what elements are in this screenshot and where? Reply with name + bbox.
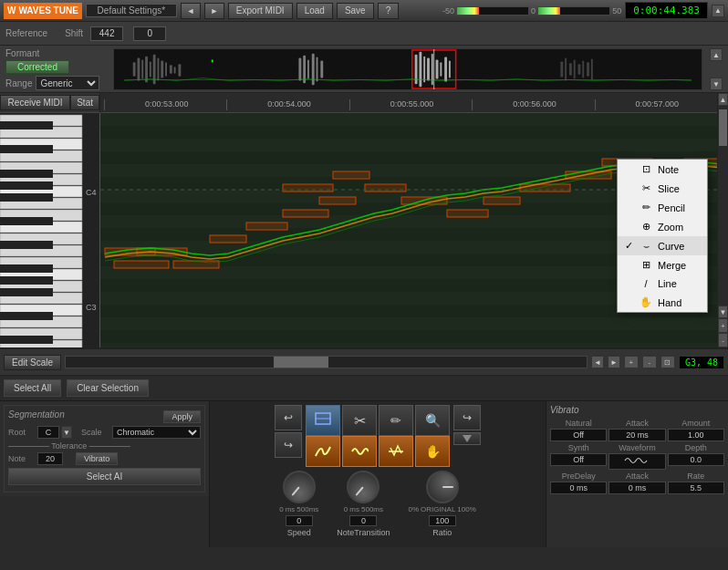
position-display: G3, 48	[679, 356, 724, 369]
svg-text:C4: C4	[86, 188, 97, 197]
menu-item-zoom[interactable]: ⊕ Zoom	[618, 217, 707, 236]
menu-item-slice[interactable]: ✂ Slice	[618, 179, 707, 198]
tool-curve-button[interactable]	[306, 436, 340, 467]
svg-rect-66	[0, 264, 53, 273]
svg-rect-8	[161, 60, 163, 78]
select-all-button[interactable]: Select All	[4, 379, 61, 397]
scroll-track[interactable]	[718, 106, 728, 306]
scroll-down-button[interactable]: ▼	[718, 306, 728, 318]
h-scroll-left[interactable]: ◄	[591, 356, 604, 368]
zoom-in-button[interactable]: +	[718, 318, 728, 333]
h-fit[interactable]: ⊡	[660, 356, 675, 368]
receive-midi-button[interactable]: Receive MIDI	[0, 95, 70, 110]
scroll-up-button[interactable]: ▲	[712, 5, 724, 17]
undo-button[interactable]: ↩	[275, 405, 302, 430]
root-dropdown[interactable]: ▼	[61, 426, 72, 439]
preset-name[interactable]: Default Settings*	[86, 4, 177, 17]
redo-button[interactable]: ↪	[275, 432, 302, 458]
svg-rect-64	[0, 217, 53, 225]
select-ai-button[interactable]: Select AI	[8, 468, 201, 485]
h-zoom-in[interactable]: +	[624, 356, 639, 368]
settings-bar: Reference Shift 442 0	[0, 22, 728, 46]
svg-rect-94	[114, 261, 169, 268]
segmentation-title: Segmentation	[8, 409, 65, 420]
svg-rect-28	[444, 57, 447, 82]
rate-cell: Rate 5.5	[668, 472, 724, 494]
h-zoom-out[interactable]: -	[642, 356, 657, 368]
tool-vibrato-button[interactable]	[342, 436, 377, 467]
tool-hand-button[interactable]: ✋	[415, 436, 450, 467]
waveform-scroll-down[interactable]: ▼	[710, 78, 723, 90]
svg-rect-21	[415, 55, 418, 85]
piano-roll-grid[interactable]: ⊡ Note ✂ Slice ✏ Pencil ⊕ Zoom	[100, 113, 717, 347]
menu-item-hand[interactable]: ✋ Hand	[618, 293, 707, 312]
horizontal-scrollbar[interactable]	[65, 356, 588, 368]
svg-rect-34	[574, 59, 576, 78]
shift-label: Shift	[65, 28, 83, 38]
menu-item-merge[interactable]: ⊞ Merge	[618, 255, 707, 275]
menu-label-merge: Merge	[658, 260, 686, 271]
root-value[interactable]: C	[37, 426, 59, 439]
vibrato-title: Vibrato	[550, 405, 724, 415]
edit-scale-button[interactable]: Edit Scale	[4, 355, 61, 370]
note-input[interactable]	[37, 452, 63, 465]
svg-rect-103	[365, 184, 406, 192]
scale-label: Scale	[81, 428, 107, 437]
nav-next-button[interactable]: ►	[204, 3, 224, 19]
svg-rect-101	[283, 184, 333, 192]
ratio-knob[interactable]	[426, 471, 459, 503]
svg-rect-32	[565, 58, 567, 81]
stat-button[interactable]: Stat	[70, 95, 99, 110]
menu-item-pencil[interactable]: ✏ Pencil	[618, 198, 707, 217]
synth-cell: Synth Off	[550, 443, 607, 470]
svg-rect-6	[153, 55, 156, 85]
apply-button[interactable]: Apply	[163, 410, 201, 423]
tool-scissors-button[interactable]: ✂	[342, 405, 377, 436]
tool-pencil-button[interactable]: ✏	[379, 405, 413, 436]
scroll-thumb[interactable]	[719, 109, 727, 146]
scroll-up-button[interactable]: ▲	[718, 93, 728, 106]
menu-item-note[interactable]: ⊡ Note	[618, 160, 707, 179]
root-scale-row: Root C ▼ Scale Chromatic	[8, 426, 201, 439]
down-arrow-button[interactable]	[453, 432, 481, 445]
clear-selection-button[interactable]: Clear Selection	[67, 379, 149, 397]
redo-right-button[interactable]: ↪	[453, 405, 481, 430]
reference-value[interactable]: 442	[90, 26, 123, 41]
menu-label-hand: Hand	[658, 297, 681, 308]
reference-value-group: 442 0	[90, 26, 166, 41]
svg-rect-106	[484, 197, 520, 204]
note-transition-knob[interactable]	[340, 464, 387, 511]
vibrato-button[interactable]: Vibrato	[76, 452, 118, 465]
svg-rect-76	[100, 126, 717, 139]
export-midi-button[interactable]: Export MIDI	[228, 3, 293, 19]
attack-cell: Attack 20 ms	[608, 419, 665, 441]
h-scroll-thumb[interactable]	[274, 357, 328, 368]
tool-zoom-button[interactable]: 🔍	[415, 405, 450, 436]
corrected-button[interactable]: Corrected	[5, 60, 69, 74]
svg-rect-59	[0, 121, 53, 130]
nav-prev-button[interactable]: ◄	[181, 3, 201, 19]
right-panel: Vibrato Natural Off Attack 20 ms Amount …	[546, 401, 728, 547]
svg-rect-60	[0, 145, 53, 153]
tool-pitch-button[interactable]	[379, 436, 413, 467]
help-button[interactable]: ?	[378, 3, 400, 19]
menu-item-line[interactable]: / Line	[618, 275, 707, 293]
ratio-knob-group: 0% ORIGINAL 100% 100 Ratio	[409, 471, 476, 537]
range-select[interactable]: Generic	[36, 76, 99, 90]
h-scroll-right[interactable]: ►	[608, 356, 620, 368]
svg-rect-96	[173, 261, 219, 268]
zoom-out-button[interactable]: -	[718, 333, 728, 347]
shift-value[interactable]: 0	[133, 26, 166, 41]
ratio-value: 100	[429, 515, 456, 526]
waveform-scroll-up[interactable]: ▲	[710, 48, 723, 61]
speed-knob[interactable]	[276, 464, 322, 511]
svg-rect-23	[423, 57, 425, 83]
scale-select[interactable]: Chromatic	[112, 426, 201, 439]
svg-rect-68	[0, 288, 53, 296]
save-button[interactable]: Save	[337, 3, 374, 19]
svg-rect-29	[449, 60, 451, 78]
menu-item-curve[interactable]: ✓ ⌣ Curve	[618, 236, 707, 255]
load-button[interactable]: Load	[296, 3, 333, 19]
svg-rect-10	[170, 65, 172, 74]
tool-select-button[interactable]	[306, 405, 340, 436]
